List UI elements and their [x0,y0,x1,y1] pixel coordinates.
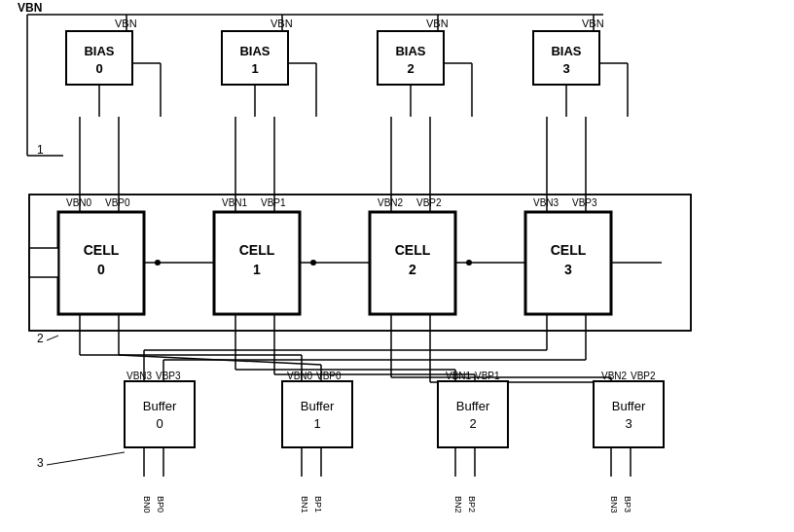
note-3: 3 [37,456,44,470]
svg-line-50 [47,336,58,340]
svg-text:1: 1 [253,262,261,277]
svg-text:BIAS: BIAS [84,44,114,58]
svg-text:CELL: CELL [84,242,120,258]
svg-text:3: 3 [562,61,569,76]
svg-text:2: 2 [409,262,416,277]
vbp2-label: VBP2 [416,197,442,208]
svg-text:BIAS: BIAS [239,44,270,58]
svg-text:0: 0 [156,416,162,431]
buf3-bn3-label: BN3 [609,496,619,514]
svg-text:Buffer: Buffer [301,399,335,413]
buf3-vbp2-label: VBP2 [631,371,656,381]
vbp1-label: VBP1 [261,197,286,208]
buf0-vbn3-label: VBN3 [126,371,153,381]
buffer-block-2 [438,381,508,447]
buffer-block-3 [594,381,664,447]
svg-text:CELL: CELL [395,242,431,258]
svg-text:CELL: CELL [239,242,275,258]
buf1-bn1-label: BN1 [300,496,309,514]
buffer-block-0 [125,381,195,447]
svg-text:3: 3 [625,416,632,431]
buf2-bn2-label: BN2 [453,496,463,514]
feedback-rect-0 [29,248,58,277]
note-2: 2 [37,332,44,345]
svg-text:0: 0 [95,61,102,76]
buf0-vbp3-label: VBP3 [156,371,181,381]
svg-text:BIAS: BIAS [551,44,581,58]
vbn-top-label: VBN [18,1,42,15]
buf1-bp1-label: BP1 [313,496,323,513]
svg-line-91 [47,452,125,465]
svg-text:2: 2 [469,416,476,431]
buf1-vbn0-label: VBN0 [287,371,313,381]
buf2-vbp1-label: VBP1 [475,371,500,381]
buf0-bn0-label: BN0 [142,496,152,514]
circuit-diagram: VBN VBN VBN VBN VBN BIAS 0 BIAS 1 BIAS 2… [0,0,794,532]
buf2-bp2-label: BP2 [467,496,477,513]
note-1: 1 [37,143,44,157]
svg-text:1: 1 [251,61,258,76]
buf3-bp3-label: BP3 [623,496,632,513]
svg-text:BIAS: BIAS [395,44,425,58]
buf3-vbn2-label: VBN2 [601,371,628,381]
buf2-vbn1-label: VBN1 [446,371,472,381]
svg-text:Buffer: Buffer [612,399,646,413]
svg-text:Buffer: Buffer [143,399,177,413]
buf1-vbp0-label: VBP0 [316,371,342,381]
buf0-bp0-label: BP0 [156,496,165,513]
svg-text:3: 3 [564,262,572,277]
vbp3-label: VBP3 [572,197,597,208]
svg-text:Buffer: Buffer [456,399,490,413]
svg-text:2: 2 [407,61,414,76]
vbp0-label: VBP0 [105,197,130,208]
svg-text:CELL: CELL [551,242,587,258]
svg-text:1: 1 [313,416,320,431]
buffer-block-1 [282,381,352,447]
svg-point-48 [466,260,472,266]
svg-point-46 [310,260,316,266]
svg-text:0: 0 [97,262,105,277]
svg-point-44 [155,260,161,266]
